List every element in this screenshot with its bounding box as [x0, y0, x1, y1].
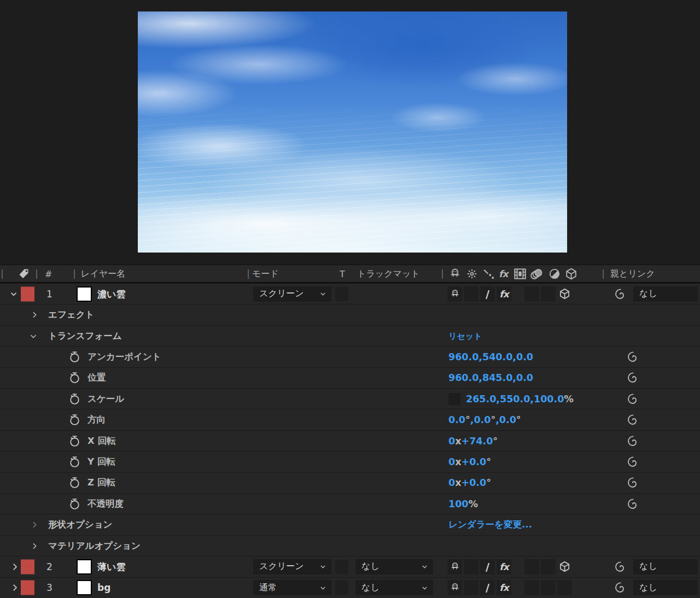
quality-switch[interactable]: /: [480, 580, 495, 595]
opacity-label[interactable]: 不透明度: [88, 498, 124, 510]
shy-switch[interactable]: [447, 580, 462, 595]
y-rotation-label[interactable]: Y 回転: [88, 456, 115, 468]
material-options-label[interactable]: マテリアルオプション: [48, 540, 141, 552]
layer-thumbnail[interactable]: [77, 580, 92, 595]
z-rotation-label[interactable]: Z 回転: [88, 477, 115, 489]
anchor-point-row[interactable]: アンカーポイント 960.0,540.0,0.0: [0, 346, 700, 367]
3d-layer-switch[interactable]: [557, 286, 572, 302]
layer-label-color[interactable]: [21, 559, 34, 574]
parent-pickwhip-icon[interactable]: [614, 560, 627, 573]
anchor-point-label[interactable]: アンカーポイント: [88, 351, 161, 363]
y-rotation-value[interactable]: 0x+0.0°: [448, 456, 491, 467]
adjustment-layer-column-icon[interactable]: [548, 267, 561, 280]
transform-group-row[interactable]: トランスフォーム リセット: [0, 325, 700, 346]
collapse-switch[interactable]: [464, 286, 479, 302]
preserve-transparency-toggle[interactable]: [335, 287, 348, 301]
reset-link[interactable]: リセット: [448, 331, 482, 341]
stopwatch-icon[interactable]: [68, 476, 81, 490]
stopwatch-icon[interactable]: [68, 434, 81, 448]
chevron-right-icon[interactable]: [30, 542, 39, 550]
shy-switch[interactable]: [447, 559, 462, 574]
chevron-right-icon[interactable]: [30, 310, 39, 319]
parent-dropdown[interactable]: なし: [633, 580, 698, 595]
layer-row-3[interactable]: 3 bg 通常 なし / fx: [0, 577, 700, 598]
effects-group-label[interactable]: エフェクト: [48, 309, 94, 321]
position-value[interactable]: 960.0,845.0,0.0: [448, 372, 533, 383]
quality-switch[interactable]: /: [480, 286, 495, 302]
blend-mode-dropdown[interactable]: スクリーン: [253, 286, 331, 302]
layer-row-2[interactable]: 2 薄い雲 スクリーン なし / fx: [0, 556, 700, 577]
orientation-label[interactable]: 方向: [88, 414, 106, 426]
scale-value[interactable]: 265.0,550.0,100.0%: [466, 394, 574, 404]
layer-label-color[interactable]: [21, 286, 34, 301]
stopwatch-icon[interactable]: [68, 455, 81, 468]
geometry-options-row[interactable]: 形状オプション レンダラーを変更...: [0, 514, 700, 535]
orientation-row[interactable]: 方向 0.0°,0.0°,0.0°: [0, 409, 700, 430]
frame-blend-switch[interactable]: [524, 286, 539, 302]
effects-group-row[interactable]: エフェクト: [0, 304, 700, 325]
layer-label-color[interactable]: [21, 581, 34, 595]
collapse-transformations-column-icon[interactable]: [466, 268, 478, 280]
column-mode[interactable]: モード: [252, 268, 279, 279]
effects-switch[interactable]: fx: [497, 559, 511, 574]
chevron-down-icon[interactable]: [9, 289, 19, 299]
motion-blur-switch[interactable]: [541, 559, 556, 574]
change-renderer-link[interactable]: レンダラーを変更...: [448, 519, 532, 531]
frame-blend-column-icon[interactable]: [513, 267, 527, 281]
preserve-transparency-toggle[interactable]: [335, 581, 348, 595]
motion-blur-column-icon[interactable]: [529, 267, 545, 281]
opacity-value[interactable]: 100%: [448, 499, 478, 509]
property-pickwhip-icon[interactable]: [626, 350, 639, 364]
property-pickwhip-icon[interactable]: [626, 413, 639, 426]
y-rotation-row[interactable]: Y 回転 0x+0.0°: [0, 451, 700, 472]
position-label[interactable]: 位置: [88, 372, 106, 384]
orientation-value[interactable]: 0.0°,0.0°,0.0°: [448, 414, 521, 425]
collapse-switch[interactable]: [464, 580, 479, 595]
collapse-switch[interactable]: [464, 559, 479, 574]
quality-column-icon[interactable]: [482, 267, 495, 280]
layer-name[interactable]: 濃い雲: [97, 288, 125, 300]
motion-blur-switch[interactable]: [541, 286, 556, 302]
property-pickwhip-icon[interactable]: [626, 497, 639, 511]
chevron-down-icon[interactable]: [29, 332, 38, 341]
stopwatch-icon[interactable]: [68, 350, 81, 364]
property-pickwhip-icon[interactable]: [626, 371, 639, 384]
effects-switch[interactable]: fx: [497, 286, 511, 302]
3d-layer-switch[interactable]: [557, 580, 572, 595]
stopwatch-icon[interactable]: [68, 497, 81, 511]
parent-pickwhip-icon[interactable]: [614, 288, 627, 301]
column-number[interactable]: #: [45, 268, 52, 279]
effects-column-icon[interactable]: fx: [499, 268, 508, 279]
property-pickwhip-icon[interactable]: [626, 476, 639, 489]
stopwatch-icon[interactable]: [68, 413, 81, 427]
column-track-matte[interactable]: トラックマット: [357, 268, 420, 279]
x-rotation-row[interactable]: X 回転 0x+74.0°: [0, 430, 700, 451]
blend-mode-dropdown[interactable]: 通常: [253, 580, 331, 595]
parent-dropdown[interactable]: なし: [633, 559, 698, 574]
property-pickwhip-icon[interactable]: [626, 455, 639, 468]
transform-group-label[interactable]: トランスフォーム: [48, 330, 122, 342]
position-row[interactable]: 位置 960.0,845.0,0.0: [0, 367, 700, 388]
shy-column-icon[interactable]: [448, 267, 462, 280]
layer-thumbnail[interactable]: [77, 559, 92, 574]
z-rotation-row[interactable]: Z 回転 0x+0.0°: [0, 472, 700, 493]
anchor-point-value[interactable]: 960.0,540.0,0.0: [448, 351, 533, 362]
stopwatch-icon[interactable]: [68, 371, 81, 385]
chevron-right-icon[interactable]: [10, 562, 20, 572]
column-t[interactable]: T: [340, 268, 345, 279]
property-pickwhip-icon[interactable]: [626, 435, 639, 448]
layer-name[interactable]: 薄い雲: [97, 560, 125, 573]
layer-thumbnail[interactable]: [77, 286, 92, 302]
blend-mode-dropdown[interactable]: スクリーン: [253, 559, 331, 574]
stopwatch-icon[interactable]: [68, 392, 81, 406]
3d-layer-column-icon[interactable]: [564, 267, 578, 280]
parent-dropdown[interactable]: なし: [633, 286, 698, 302]
label-color-column-icon[interactable]: [18, 267, 31, 280]
property-pickwhip-icon[interactable]: [626, 392, 639, 406]
layer-name[interactable]: bg: [97, 582, 110, 593]
frame-blend-switch[interactable]: [524, 559, 539, 574]
motion-blur-switch[interactable]: [541, 580, 556, 595]
3d-layer-switch[interactable]: [557, 559, 572, 574]
opacity-row[interactable]: 不透明度 100%: [0, 493, 700, 514]
x-rotation-value[interactable]: 0x+74.0°: [448, 436, 498, 447]
